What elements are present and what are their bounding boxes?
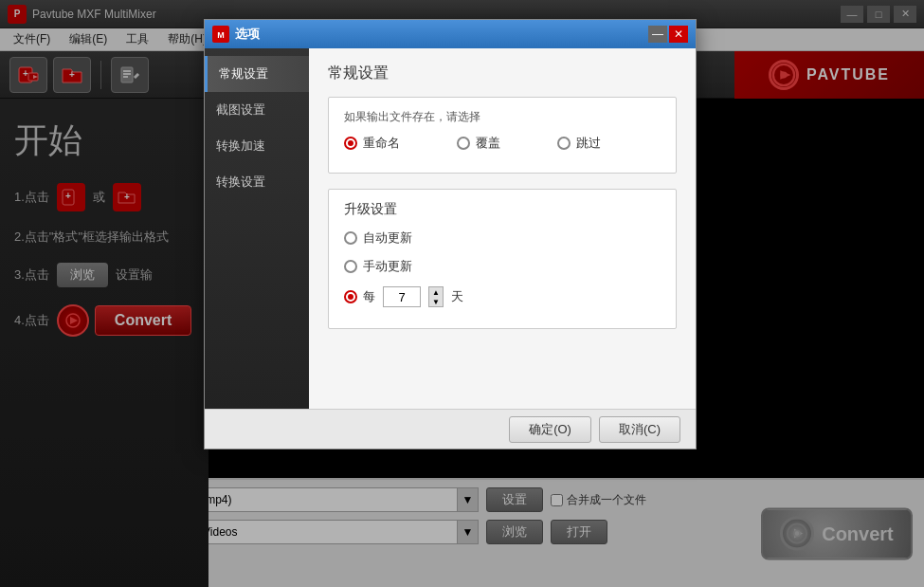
cancel-button[interactable]: 取消(C) — [599, 416, 680, 443]
spin-up[interactable]: ▲ — [429, 287, 443, 297]
rename-option[interactable]: 重命名 — [344, 135, 400, 152]
manual-update-radio[interactable] — [344, 260, 357, 273]
modal-title: 选项 — [235, 26, 648, 43]
modal-nav-conversion[interactable]: 转换设置 — [205, 164, 309, 200]
file-exists-options: 重命名 覆盖 跳过 — [344, 135, 661, 161]
modal-section-title: 常规设置 — [328, 64, 677, 83]
skip-radio[interactable] — [557, 137, 571, 150]
overwrite-radio[interactable] — [457, 137, 470, 150]
days-update-option[interactable]: 每 ▲ ▼ 天 — [344, 286, 661, 307]
skip-option[interactable]: 跳过 — [557, 135, 601, 152]
file-exists-title: 如果输出文件存在，请选择 — [344, 109, 661, 125]
auto-update-option[interactable]: 自动更新 — [344, 229, 661, 247]
modal-footer: 确定(O) 取消(C) — [205, 409, 696, 449]
modal-minimize-button[interactable]: — — [648, 26, 667, 43]
modal-sidebar: 常规设置 截图设置 转换加速 转换设置 — [205, 48, 309, 409]
modal-overlay: M 选项 — ✕ 常规设置 截图设置 转换加速 转换设置 常规设置 如果输出文件… — [0, 0, 924, 587]
svg-text:M: M — [217, 30, 225, 40]
manual-update-option[interactable]: 手动更新 — [344, 258, 661, 275]
overwrite-label: 覆盖 — [476, 135, 500, 152]
modal-close-button[interactable]: ✕ — [669, 26, 688, 43]
options-modal: M 选项 — ✕ 常规设置 截图设置 转换加速 转换设置 常规设置 如果输出文件… — [204, 19, 697, 449]
days-prefix: 每 — [363, 288, 375, 305]
days-spinner[interactable]: ▲ ▼ — [428, 286, 444, 307]
update-section: 升级设置 自动更新 手动更新 每 — [328, 189, 677, 329]
modal-content: 常规设置 如果输出文件存在，请选择 重命名 覆盖 — [309, 48, 696, 409]
modal-nav-acceleration[interactable]: 转换加速 — [205, 128, 309, 164]
modal-icon: M — [212, 26, 229, 43]
update-section-title: 升级设置 — [344, 201, 661, 218]
days-suffix: 天 — [451, 288, 463, 305]
auto-update-radio[interactable] — [344, 231, 357, 245]
manual-update-label: 手动更新 — [363, 258, 412, 275]
spin-down[interactable]: ▼ — [429, 297, 443, 306]
skip-label: 跳过 — [576, 135, 601, 152]
modal-titlebar: M 选项 — ✕ — [205, 20, 696, 48]
days-input-row: 每 ▲ ▼ 天 — [363, 286, 463, 307]
days-input[interactable] — [383, 286, 421, 307]
modal-body: 常规设置 截图设置 转换加速 转换设置 常规设置 如果输出文件存在，请选择 重命… — [205, 48, 696, 409]
days-update-radio[interactable] — [344, 290, 357, 303]
modal-nav-general[interactable]: 常规设置 — [205, 56, 309, 92]
overwrite-option[interactable]: 覆盖 — [457, 135, 500, 152]
ok-button[interactable]: 确定(O) — [509, 416, 591, 443]
file-exists-section: 如果输出文件存在，请选择 重命名 覆盖 — [328, 97, 677, 174]
rename-label: 重命名 — [363, 135, 400, 152]
rename-radio[interactable] — [344, 137, 357, 150]
auto-update-label: 自动更新 — [363, 229, 412, 247]
modal-nav-screenshot[interactable]: 截图设置 — [205, 92, 309, 128]
